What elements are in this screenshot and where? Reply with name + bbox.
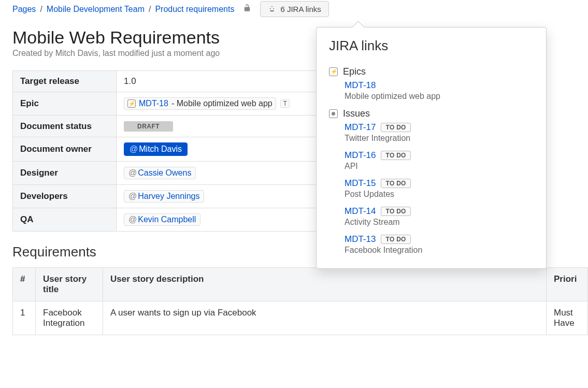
- popover-epics-label: Epics: [343, 66, 366, 77]
- issue-summary: Mobile optimized web app: [345, 92, 534, 101]
- developer-name: Harvey Jennings: [138, 192, 199, 201]
- breadcrumb-sep: /: [40, 5, 42, 14]
- issue-summary: Facebook Integration: [345, 246, 534, 255]
- status-badge: TO DO: [381, 179, 410, 188]
- status-badge: TO DO: [381, 235, 410, 244]
- owner-name: Mitch Davis: [139, 145, 182, 154]
- issue-type-icon: [329, 109, 338, 118]
- designer-name: Cassie Owens: [138, 168, 191, 178]
- popover-issue-item[interactable]: MDT-16 TO DO API: [329, 150, 534, 171]
- req-title: Facebook Integration: [36, 301, 103, 335]
- jira-links-popover: JIRA links ⚡ Epics MDT-18 Mobile optimiz…: [316, 27, 547, 269]
- table-row: 1 Facebook Integration A user wants to s…: [13, 301, 588, 335]
- developer-mention[interactable]: @Harvey Jennings: [124, 190, 204, 203]
- jira-links-label: 6 JIRA links: [280, 5, 321, 13]
- popover-issues-label: Issues: [343, 108, 370, 119]
- jira-links-button[interactable]: 6 JIRA links: [260, 1, 328, 17]
- popover-issue-item[interactable]: MDT-17 TO DO Twitter Integration: [329, 122, 534, 143]
- popover-issue-item[interactable]: MDT-14 TO DO Activity Stream: [329, 206, 534, 227]
- status-badge: TO DO: [381, 207, 410, 216]
- issue-key[interactable]: MDT-18: [345, 80, 376, 91]
- issue-summary: Twitter Integration: [345, 134, 534, 143]
- owner-mention[interactable]: @Mitch Davis: [124, 142, 188, 156]
- breadcrumb-space[interactable]: Mobile Development Team: [47, 5, 145, 14]
- requirements-table: # User story title User story descriptio…: [12, 267, 588, 335]
- req-col-title: User story title: [36, 268, 103, 301]
- issue-summary: Post Updates: [345, 190, 534, 199]
- meta-label-designer: Designer: [13, 162, 117, 185]
- meta-label-epic: Epic: [13, 92, 117, 116]
- meta-label-owner: Document owner: [13, 137, 117, 162]
- popover-issue-item[interactable]: MDT-15 TO DO Post Updates: [329, 178, 534, 199]
- epic-link[interactable]: ⚡ MDT-18 - Mobile optimized web app: [124, 97, 276, 110]
- breadcrumb: Pages / Mobile Development Team / Produc…: [12, 3, 234, 16]
- breadcrumb-parent[interactable]: Product requirements: [155, 5, 234, 14]
- at-icon: @: [130, 145, 138, 154]
- req-col-num: #: [13, 268, 36, 301]
- status-badge: TO DO: [381, 151, 410, 160]
- at-icon: @: [128, 168, 137, 178]
- at-icon: @: [128, 215, 137, 224]
- popover-issues-header: Issues: [329, 108, 534, 119]
- req-desc: A user wants to sign up via Facebook: [103, 301, 547, 335]
- req-num: 1: [13, 301, 36, 335]
- status-badge: DRAFT: [124, 121, 173, 132]
- epic-trailing-token: T: [280, 99, 289, 108]
- epic-type-icon: ⚡: [329, 67, 338, 76]
- at-icon: @: [128, 192, 137, 201]
- meta-label-target-release: Target release: [13, 71, 117, 92]
- jira-icon: [268, 5, 276, 13]
- issue-key[interactable]: MDT-15: [345, 178, 376, 189]
- issue-key[interactable]: MDT-14: [345, 206, 376, 217]
- designer-mention[interactable]: @Cassie Owens: [124, 167, 196, 179]
- epic-icon: ⚡: [127, 99, 136, 108]
- popover-epics-header: ⚡ Epics: [329, 66, 534, 77]
- issue-key[interactable]: MDT-16: [345, 150, 376, 161]
- popover-epic-item[interactable]: MDT-18 Mobile optimized web app: [329, 80, 534, 101]
- meta-label-status: Document status: [13, 116, 117, 137]
- epic-key[interactable]: MDT-18: [139, 99, 168, 108]
- breadcrumb-pages[interactable]: Pages: [12, 5, 36, 14]
- issue-summary: API: [345, 162, 534, 171]
- issue-key[interactable]: MDT-17: [345, 122, 376, 133]
- breadcrumb-sep: /: [149, 5, 151, 14]
- meta-label-developers: Developers: [13, 185, 117, 208]
- popover-title: JIRA links: [317, 27, 546, 58]
- req-col-desc: User story description: [103, 268, 547, 301]
- popover-issue-item[interactable]: MDT-13 TO DO Facebook Integration: [329, 234, 534, 255]
- issue-summary: Activity Stream: [345, 218, 534, 227]
- issue-key[interactable]: MDT-13: [345, 234, 376, 245]
- req-prio: Must Have: [547, 301, 588, 335]
- qa-name: Kevin Campbell: [138, 215, 196, 224]
- meta-label-qa: QA: [13, 208, 117, 232]
- status-badge: TO DO: [381, 123, 410, 132]
- unlocked-icon[interactable]: [242, 3, 252, 15]
- epic-summary: - Mobile optimized web app: [171, 99, 273, 108]
- req-col-prio: Priori: [547, 268, 588, 301]
- qa-mention[interactable]: @Kevin Campbell: [124, 213, 200, 226]
